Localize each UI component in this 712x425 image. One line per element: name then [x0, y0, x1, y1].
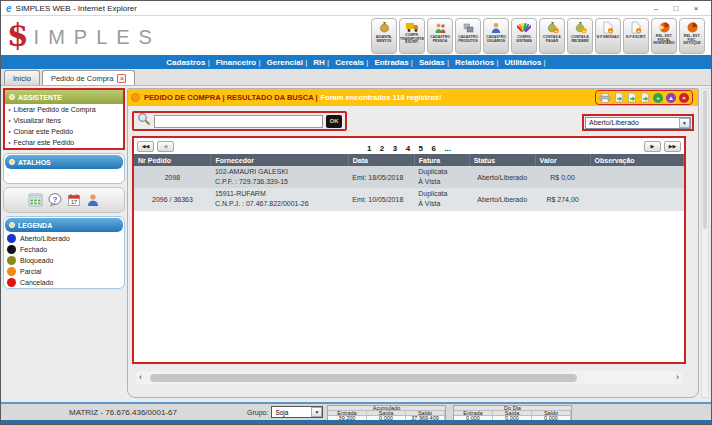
toolbar-button-cadastro-pessoa[interactable]: CADASTRO PESSOA: [427, 18, 453, 54]
status-dot-orange: [7, 267, 16, 276]
toolbar-label: N F EMISSÃO: [596, 35, 620, 39]
toolbar-button-cadastro-produtos[interactable]: CADASTRO PRODUTOS: [455, 18, 481, 54]
toolbar-button-compr-transporte[interactable]: COMPR. TRANSPORTE ESCRIT.: [399, 18, 425, 54]
menu-relatorios[interactable]: Relatórios: [452, 58, 501, 67]
maximize-button[interactable]: □: [666, 4, 686, 13]
assistente-title: ASSISTENTE: [18, 94, 62, 101]
next-page-button[interactable]: ▶: [644, 141, 661, 152]
menu-utilitarios[interactable]: Utilitários: [501, 58, 548, 67]
toolbar-button-contas-a-receber[interactable]: + CONTAS A RECEBER: [567, 18, 593, 54]
cell-valor: R$ 0,00: [535, 166, 590, 188]
result-count: Foram encontrados 118 registros!: [321, 93, 442, 102]
column-header-valor[interactable]: Valor: [535, 154, 590, 166]
fatura-tipo: Duplicata: [418, 167, 465, 177]
calendar-icon[interactable]: 17: [67, 193, 81, 207]
page-number-5[interactable]: 5: [419, 144, 423, 153]
toolbar-button-cadastro-usuarios[interactable]: CADASTRO USUÁRIOS: [483, 18, 509, 54]
column-header-status[interactable]: Status: [469, 154, 535, 166]
chevron-down-icon[interactable]: ▼: [311, 407, 322, 417]
status-dot-black: [7, 245, 16, 254]
assistente-item-visualizar[interactable]: ‣ Visualizar Itens: [5, 115, 123, 126]
column-header-observacao[interactable]: Observação: [590, 154, 683, 166]
vertical-scrollbar[interactable]: [701, 88, 709, 398]
add-circle-icon[interactable]: +: [653, 93, 663, 103]
horizontal-scroll-thumb[interactable]: [150, 374, 577, 382]
fornecedor-doc: C.P.F. : 729.736.339-15: [215, 177, 344, 187]
moneybag-icon: [378, 21, 391, 35]
page-number-6[interactable]: 6: [431, 144, 435, 153]
atalhos-body: [4, 170, 124, 183]
column-header-fatura[interactable]: Fatura: [414, 154, 469, 166]
cell-status[interactable]: Aberto/Liberado: [469, 188, 535, 210]
bullet-arrow-icon: ‣: [8, 128, 12, 135]
table-row[interactable]: 2096 / 36363 15911-RUFARM C.N.P.J. : 07.…: [134, 188, 684, 210]
export-page-icon[interactable]: [627, 92, 637, 103]
last-page-button[interactable]: ▶▶: [664, 141, 681, 152]
menu-rh[interactable]: RH: [310, 58, 332, 67]
page-number-1[interactable]: 1: [367, 144, 371, 153]
close-circle-icon[interactable]: ×: [679, 93, 689, 103]
assistente-item-fechar[interactable]: ‣ Fechar este Pedido: [5, 137, 123, 148]
close-button[interactable]: ×: [686, 4, 706, 13]
toolbar-button-contas-a-pagar[interactable]: + CONTAS A PAGAR: [539, 18, 565, 54]
collapse-circle-icon[interactable]: ▲: [666, 93, 676, 103]
menu-entradas[interactable]: Entradas: [371, 58, 416, 67]
vertical-scroll-thumb[interactable]: [703, 90, 707, 229]
grupo-select[interactable]: Soja ▼: [271, 406, 323, 418]
cell-status[interactable]: Aberto/Liberado: [469, 166, 535, 188]
scroll-right-icon[interactable]: ›: [676, 373, 679, 382]
column-header-data[interactable]: Data: [348, 154, 414, 166]
assistente-panel: ASSISTENTE ‣ Liberar Pedido de Compra ‣ …: [3, 88, 125, 150]
toolbar-button-config-sistema[interactable]: CONFIG SISTEMA: [511, 18, 537, 54]
quick-access-toolbar: ADIANTA- MENTOS COMPR. TRANSPORTE ESCRIT…: [371, 18, 705, 54]
page-number-3[interactable]: 3: [393, 144, 397, 153]
orders-table: Nr Pedido Fornecedor Data Fatura Status …: [134, 154, 684, 211]
table-row[interactable]: 2098 102-AMAURI GALESKI C.P.F. : 729.736…: [134, 166, 684, 188]
column-header-nr-pedido[interactable]: Nr Pedido: [134, 154, 211, 166]
chevron-down-icon[interactable]: ▼: [679, 118, 690, 128]
tab-close-icon[interactable]: ×: [117, 74, 126, 83]
assistente-item-clonar[interactable]: ‣ Clonar este Pedido: [5, 126, 123, 137]
menu-cereais[interactable]: Cereais: [332, 58, 371, 67]
menu-gerencial[interactable]: Gerencial: [264, 58, 311, 67]
calculator-icon[interactable]: [28, 193, 43, 207]
horizontal-scrollbar[interactable]: ‹ ›: [135, 371, 683, 384]
tab-inicio[interactable]: Início: [4, 70, 40, 85]
page-ellipsis[interactable]: ...: [444, 144, 451, 153]
bullet-arrow-icon: ‣: [8, 117, 12, 124]
minimize-button[interactable]: –: [646, 4, 666, 13]
table-header-row: Nr Pedido Fornecedor Data Fatura Status …: [134, 154, 684, 166]
toolbar-button-rel-est-fisc-estoque[interactable]: REL. EST. FISC. ESTOQUE: [679, 18, 705, 54]
printer-icon[interactable]: [599, 93, 611, 103]
legend-label: Aberto/Liberado: [20, 235, 70, 242]
search-ok-button[interactable]: OK: [326, 115, 342, 128]
help-icon[interactable]: ?: [48, 193, 62, 207]
assistente-item-liberar[interactable]: ‣ Liberar Pedido de Compra: [5, 104, 123, 115]
grupo-label: Grupo:: [247, 409, 268, 416]
toolbar-button-adiantamentos[interactable]: ADIANTA- MENTOS: [371, 18, 397, 54]
moneybag-plus-icon: +: [546, 21, 559, 35]
cell-fornecedor: 15911-RUFARM C.N.P.J. : 07.467.822/0001-…: [211, 188, 348, 210]
page-number-4[interactable]: 4: [406, 144, 410, 153]
menu-saidas[interactable]: Saídas: [416, 58, 452, 67]
toolbar-button-nf-escrit[interactable]: + N F ESCRIT.: [623, 18, 649, 54]
menu-cadastros[interactable]: Cadastros: [163, 58, 212, 67]
search-input[interactable]: [154, 115, 323, 128]
tab-pedido-de-compra[interactable]: Pedido de Compra ×: [42, 70, 136, 85]
previous-page-button[interactable]: ◀: [157, 141, 174, 152]
column-header-fornecedor[interactable]: Fornecedor: [211, 154, 348, 166]
user-shortcut-icon[interactable]: [86, 193, 100, 207]
toolbar-button-rel-est-fiscal-inventario[interactable]: REL. EST. FISCAL INVENTÁRIO: [651, 18, 677, 54]
acumulado-saldo-value: 37.969,409: [406, 416, 445, 421]
toolbar-button-nf-emissao[interactable]: + N F EMISSÃO: [595, 18, 621, 54]
export-page-icon[interactable]: [614, 92, 624, 103]
page-number-2[interactable]: 2: [380, 144, 384, 153]
status-filter-select[interactable]: Aberto/Liberado ▼: [585, 117, 691, 129]
legend-item-cancelado: Cancelado: [4, 277, 124, 288]
scroll-left-icon[interactable]: ‹: [139, 373, 142, 382]
assistente-item-label: Fechar este Pedido: [14, 139, 75, 146]
export-page-icon[interactable]: [640, 92, 650, 103]
first-page-button[interactable]: ◀◀: [137, 141, 154, 152]
menu-financeiro[interactable]: Financeiro: [213, 58, 264, 67]
toolbar-label: REL. EST. FISC. ESTOQUE: [680, 34, 704, 45]
